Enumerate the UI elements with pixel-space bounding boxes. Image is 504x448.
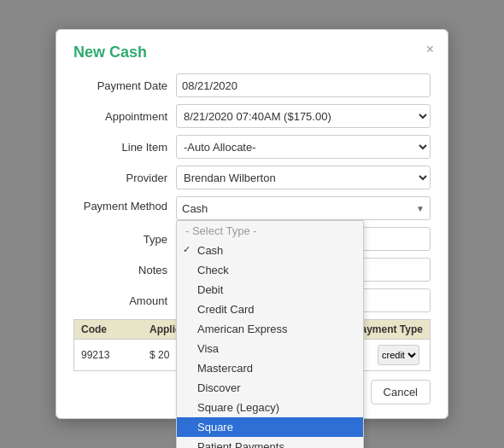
appointment-select[interactable]: 8/21/2020 07:40AM ($175.00) (176, 104, 431, 128)
type-label: Type (73, 233, 176, 246)
payment-type-select[interactable]: credit debit (378, 345, 419, 365)
provider-select[interactable]: Brendan Wilberton (176, 166, 431, 189)
dropdown-item-debit[interactable]: Debit (177, 280, 363, 300)
cell-code: 99213 (74, 347, 143, 363)
provider-row: Provider Brendan Wilberton (73, 166, 431, 189)
payment-date-label: Payment Date (73, 79, 176, 92)
close-button[interactable]: × (426, 42, 434, 57)
appointment-label: Appointment (73, 110, 176, 123)
line-item-label: Line Item (73, 141, 176, 154)
payment-method-display[interactable]: Cash ▼ (176, 196, 431, 220)
dropdown-item-credit-card[interactable]: Credit Card (177, 300, 363, 319)
appointment-row: Appointment 8/21/2020 07:40AM ($175.00) (73, 104, 431, 128)
payment-method-dropdown-wrapper: Cash ▼ - Select Type - Cash Check Debit … (176, 196, 431, 220)
dropdown-item-discover[interactable]: Discover (177, 378, 363, 398)
dropdown-item-select-type: - Select Type - (177, 221, 363, 241)
dropdown-item-mastercard[interactable]: Mastercard (177, 358, 363, 378)
notes-label: Notes (73, 264, 176, 276)
dropdown-arrow-icon: ▼ (416, 204, 425, 213)
payment-date-input[interactable] (176, 73, 431, 97)
payment-method-label: Payment Method (73, 196, 176, 212)
modal-title: New Cash (73, 44, 431, 61)
dropdown-item-square[interactable]: Square (177, 417, 363, 437)
provider-label: Provider (73, 172, 176, 184)
line-item-select[interactable]: -Auto Allocate- (176, 135, 431, 159)
payment-method-value: Cash (182, 202, 208, 215)
payment-method-row: Payment Method Cash ▼ - Select Type - Ca… (73, 196, 431, 220)
cancel-button[interactable]: Cancel (371, 380, 431, 404)
dropdown-item-square-legacy[interactable]: Square (Legacy) (177, 398, 363, 417)
dropdown-item-cash[interactable]: Cash (177, 241, 363, 260)
amount-label: Amount (73, 294, 176, 307)
dropdown-item-check[interactable]: Check (177, 260, 363, 280)
new-cash-modal: New Cash × Payment Date Appointment 8/21… (56, 29, 448, 419)
payment-date-row: Payment Date (73, 73, 431, 97)
dropdown-item-american-express[interactable]: American Express (177, 319, 363, 339)
line-item-row: Line Item -Auto Allocate- (73, 135, 431, 159)
payment-method-menu: - Select Type - Cash Check Debit Credit … (176, 220, 364, 448)
col-code: Code (74, 320, 143, 339)
dropdown-item-visa[interactable]: Visa (177, 339, 363, 358)
dropdown-item-patient-payments[interactable]: Patient Payments (177, 437, 363, 448)
